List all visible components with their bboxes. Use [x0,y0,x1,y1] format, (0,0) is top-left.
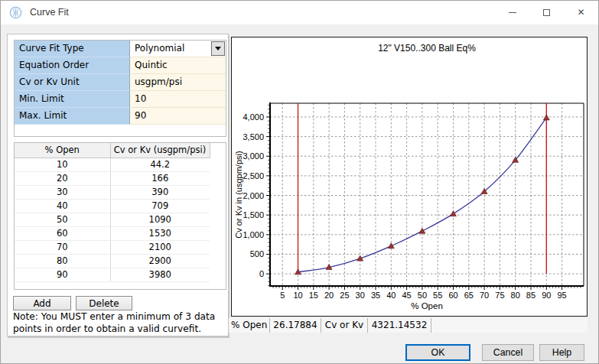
dropdown-arrow-button[interactable] [211,41,225,56]
close-button[interactable]: ✕ [564,1,598,24]
x-tick-label: 40 [386,291,396,300]
property-row: Max. Limit90 [15,108,226,125]
y-tick-label: 0 [259,269,264,278]
property-row: Cv or Kv Unitusgpm/psi [15,74,226,91]
table-cell[interactable]: 166 [110,171,210,185]
table-row: 30390 [15,185,210,199]
property-value[interactable]: usgpm/psi [130,74,226,91]
ok-button[interactable]: OK [405,344,470,361]
table-cell[interactable]: 40 [15,199,110,213]
chevron-down-icon [215,47,221,50]
x-tick-label: 65 [464,291,474,300]
maximize-icon [543,9,550,16]
table-cell[interactable]: 30 [15,185,110,199]
y-tick-label: 500 [250,249,264,258]
y-tick-label: 4,000 [243,112,264,122]
minimize-button[interactable] [495,1,529,24]
data-points-table: % OpenCv or Kv (usgpm/psi) 1044.22016630… [14,142,226,290]
table-row: 1044.2 [15,158,210,171]
y-axis-label: Cv or Kv in (usgpm/psi) [234,151,243,238]
x-tick-label: 75 [495,291,504,300]
x-tick-label: 10 [293,291,302,300]
table-cell[interactable]: 390 [110,185,210,199]
x-tick-label: 60 [448,291,457,300]
x-tick-label: 45 [402,291,411,300]
curve-fit-properties: Curve Fit TypePolynomialEquation OrderQu… [14,40,226,137]
table-row: 501090 [15,213,210,226]
input-panel: Curve Fit TypePolynomialEquation OrderQu… [7,34,229,336]
curve-fit-dialog: Curve Fit ✕ Curve Fit TypePolynomialEqua… [0,0,599,364]
property-row: Curve Fit TypePolynomial [15,41,226,57]
crosshair-status-bar: % Open26.17884Cv or Kv4321.14532 [229,318,588,333]
x-tick-label: 95 [557,291,566,300]
chart-title: 12" V150..300 Ball Eq% [378,43,476,54]
table-cell[interactable]: 80 [15,254,110,268]
x-axis-label: % Open [411,301,443,310]
property-label: Cv or Kv Unit [15,74,130,91]
curve-fit-chart[interactable]: 12" V150..300 Ball Eq%05001,0001,5002,00… [232,37,587,316]
table-cell[interactable]: 44.2 [110,158,210,171]
close-icon: ✕ [577,7,584,18]
property-row: Min. Limit10 [15,91,226,108]
window-title: Curve Fit [30,1,69,24]
x-tick-label: 30 [356,291,365,300]
y-tick-label: 3,500 [243,132,264,141]
data-point-marker [451,211,457,216]
table-cell[interactable]: 60 [15,226,110,240]
x-tick-label: 90 [542,291,551,300]
chart-panel: 12" V150..300 Ball Eq%05001,0001,5002,00… [231,37,588,317]
property-label: Equation Order [15,57,130,74]
y-tick-label: 1,500 [243,210,264,219]
status-x-label: % Open [229,318,270,333]
help-button[interactable]: Help [539,344,584,361]
table-cell[interactable]: 50 [15,213,110,226]
table-row: 702100 [15,240,210,254]
note-text: Note: You MUST enter a minimum of 3 data… [13,311,224,336]
table-cell[interactable]: 20 [15,171,110,185]
titlebar: Curve Fit ✕ [1,1,598,24]
table-cell[interactable]: 2900 [110,254,210,268]
property-value[interactable]: 10 [130,91,226,108]
table-cell[interactable]: 1530 [110,226,210,240]
property-row: Equation OrderQuintic [15,57,226,74]
property-label: Max. Limit [15,108,130,125]
table-row: 20166 [15,171,210,185]
x-tick-label: 85 [526,291,536,300]
property-label: Curve Fit Type [15,41,130,57]
cancel-button[interactable]: Cancel [482,344,534,361]
x-tick-label: 35 [371,291,380,300]
curve-fit-type-dropdown[interactable]: Polynomial [130,41,226,57]
minimize-icon [509,12,516,13]
delete-button[interactable]: Delete [76,296,132,310]
maximize-button[interactable] [529,1,564,24]
property-value[interactable]: Quintic [130,57,226,74]
data-point-marker [419,228,425,233]
y-tick-label: 1,000 [243,230,264,239]
add-button[interactable]: Add [13,296,71,310]
column-header: Cv or Kv (usgpm/psi) [110,143,210,158]
data-point-marker [388,243,394,249]
table-cell[interactable]: 90 [15,268,110,281]
x-tick-label: 55 [433,291,442,300]
table-cell[interactable]: 709 [110,199,210,213]
x-tick-label: 15 [309,291,318,300]
property-value[interactable]: 90 [130,108,226,125]
property-label: Min. Limit [15,91,130,108]
x-tick-label: 80 [511,291,520,300]
table-row: 601530 [15,226,210,240]
table-cell[interactable]: 70 [15,240,110,254]
y-tick-label: 3,000 [243,151,264,161]
status-y-value: 4321.14532 [368,318,431,333]
table-cell[interactable]: 2100 [110,240,210,254]
y-tick-label: 2,000 [243,191,264,200]
y-tick-label: 2,500 [243,171,264,180]
table-cell[interactable]: 10 [15,158,110,171]
table-row: 903980 [15,268,210,281]
x-tick-label: 25 [340,291,349,300]
status-x-value: 26.17884 [270,318,321,333]
x-tick-label: 70 [480,291,489,300]
table-cell[interactable]: 3980 [110,268,210,281]
table-row: 40709 [15,199,210,213]
column-header: % Open [15,143,110,158]
table-cell[interactable]: 1090 [110,213,210,226]
